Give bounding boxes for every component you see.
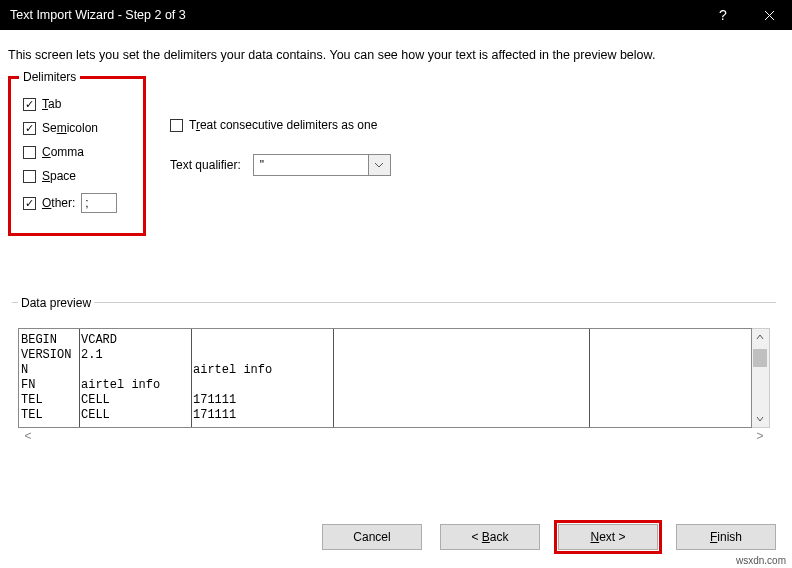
table-cell: VCARD	[81, 333, 117, 348]
treat-consecutive-label[interactable]: Treat consecutive delimiters as one	[189, 118, 377, 132]
table-cell: airtel info	[193, 363, 272, 378]
delimiter-space-label[interactable]: Space	[42, 169, 76, 183]
table-cell: BEGIN	[21, 333, 57, 348]
delimiter-other-label[interactable]: Other:	[42, 196, 75, 210]
table-cell: 2.1	[81, 348, 103, 363]
delimiters-fieldset: Delimiters Tab Semicolon Comma Space Oth…	[8, 76, 146, 236]
data-preview-legend: Data preview	[18, 296, 94, 310]
text-qualifier-value[interactable]: "	[253, 154, 369, 176]
delimiter-other-input[interactable]	[81, 193, 117, 213]
data-preview-fieldset: Data preview BEGINVCARDVERSION2.1Nairtel…	[12, 296, 776, 452]
help-button[interactable]: ?	[700, 0, 746, 30]
scroll-down-icon[interactable]	[752, 411, 768, 427]
delimiter-semicolon-checkbox[interactable]	[23, 122, 36, 135]
data-preview-hscroll[interactable]: < >	[18, 428, 770, 446]
delimiter-other-checkbox[interactable]	[23, 197, 36, 210]
scroll-up-icon[interactable]	[752, 329, 768, 345]
table-cell: TEL	[21, 393, 43, 408]
scroll-left-icon[interactable]: <	[20, 428, 36, 444]
data-preview-vscroll[interactable]	[752, 328, 770, 428]
table-cell: CELL	[81, 393, 110, 408]
window-title: Text Import Wizard - Step 2 of 3	[10, 8, 186, 22]
close-button[interactable]	[746, 0, 792, 30]
table-cell: TEL	[21, 408, 43, 423]
table-cell: VERSION	[21, 348, 71, 363]
table-cell: 171111	[193, 393, 236, 408]
next-button[interactable]: Next >	[558, 524, 658, 550]
delimiter-tab-checkbox[interactable]	[23, 98, 36, 111]
table-cell: FN	[21, 378, 35, 393]
data-preview-table: BEGINVCARDVERSION2.1Nairtel infoFNairtel…	[18, 328, 752, 428]
table-cell: N	[21, 363, 28, 378]
watermark: wsxdn.com	[736, 555, 786, 566]
cancel-button[interactable]: Cancel	[322, 524, 422, 550]
titlebar: Text Import Wizard - Step 2 of 3 ?	[0, 0, 792, 30]
delimiter-comma-label[interactable]: Comma	[42, 145, 84, 159]
scroll-right-icon[interactable]: >	[752, 428, 768, 444]
delimiter-semicolon-label[interactable]: Semicolon	[42, 121, 98, 135]
table-cell: CELL	[81, 408, 110, 423]
delimiter-tab-label[interactable]: Tab	[42, 97, 61, 111]
table-cell: 171111	[193, 408, 236, 423]
back-button[interactable]: < Back	[440, 524, 540, 550]
delimiter-space-checkbox[interactable]	[23, 170, 36, 183]
text-qualifier-dropdown-button[interactable]	[369, 154, 391, 176]
wizard-description: This screen lets you set the delimiters …	[8, 48, 780, 62]
text-qualifier-label: Text qualifier:	[170, 158, 241, 172]
table-cell: airtel info	[81, 378, 160, 393]
treat-consecutive-checkbox[interactable]	[170, 119, 183, 132]
delimiter-comma-checkbox[interactable]	[23, 146, 36, 159]
scroll-thumb[interactable]	[753, 349, 767, 367]
delimiters-legend: Delimiters	[19, 70, 80, 84]
finish-button[interactable]: Finish	[676, 524, 776, 550]
